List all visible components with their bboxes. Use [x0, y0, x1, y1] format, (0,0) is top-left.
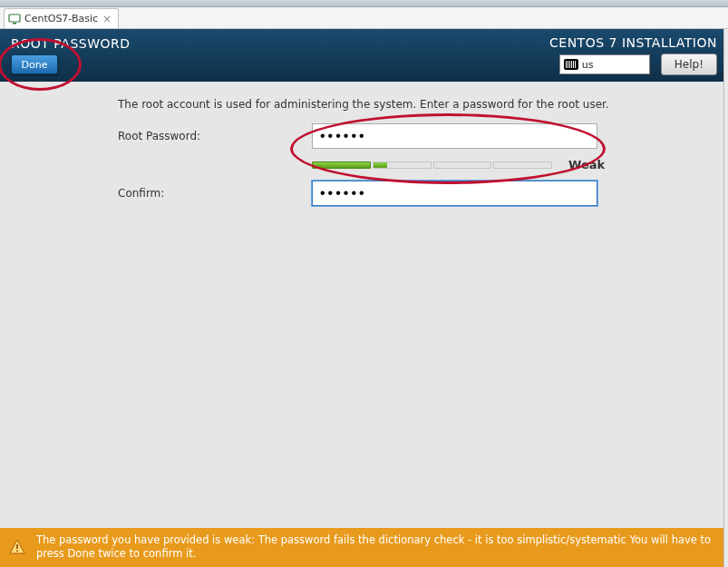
password-label: Root Password: [118, 130, 312, 142]
done-button[interactable]: Done [11, 54, 58, 74]
strength-seg [433, 161, 492, 169]
vm-tab[interactable]: CentOS7-Basic × [4, 8, 119, 28]
header-left: ROOT PASSWORD Done [11, 36, 131, 74]
page-header: ROOT PASSWORD Done CENTOS 7 INSTALLATION… [0, 29, 728, 82]
strength-label: Weak [568, 158, 605, 171]
monitor-icon [8, 13, 21, 25]
help-button[interactable]: Help! [661, 54, 717, 75]
confirm-label: Confirm: [118, 187, 312, 200]
svg-rect-4 [16, 551, 18, 552]
confirm-row: Confirm: [118, 181, 701, 206]
strength-seg [373, 161, 432, 169]
content-area: The root account is used for administeri… [0, 82, 728, 206]
keyboard-layout-selector[interactable]: us [559, 54, 650, 74]
keyboard-layout-label: us [582, 59, 594, 71]
page-title: ROOT PASSWORD [11, 36, 131, 51]
install-title: CENTOS 7 INSTALLATION [549, 35, 717, 50]
warning-icon [9, 539, 25, 555]
svg-rect-1 [13, 23, 16, 24]
window-titlebar [0, 0, 728, 7]
strength-row: Weak [118, 158, 701, 171]
description-text: The root account is used for administeri… [118, 98, 701, 111]
strength-seg [312, 161, 371, 169]
root-password-input[interactable] [312, 123, 597, 149]
strength-seg [493, 161, 552, 169]
header-bottom-row: us Help! [559, 54, 717, 75]
strength-meter: Weak [312, 158, 605, 171]
vm-tabstrip: CentOS7-Basic × [0, 7, 728, 29]
header-right: CENTOS 7 INSTALLATION us Help! [549, 35, 717, 75]
svg-rect-0 [9, 15, 20, 22]
close-icon[interactable]: × [102, 14, 112, 24]
installer-window: CentOS7-Basic × ROOT PASSWORD Done CENTO… [0, 0, 728, 567]
keyboard-icon [564, 59, 578, 70]
right-edge-scroll [723, 29, 728, 567]
svg-rect-3 [16, 544, 18, 549]
warning-text: The password you have provided is weak: … [36, 533, 714, 562]
password-row: Root Password: [118, 123, 701, 149]
confirm-password-input[interactable] [312, 181, 597, 206]
warning-bar: The password you have provided is weak: … [0, 528, 723, 567]
vm-tab-label: CentOS7-Basic [24, 13, 98, 24]
strength-bar [312, 161, 552, 169]
